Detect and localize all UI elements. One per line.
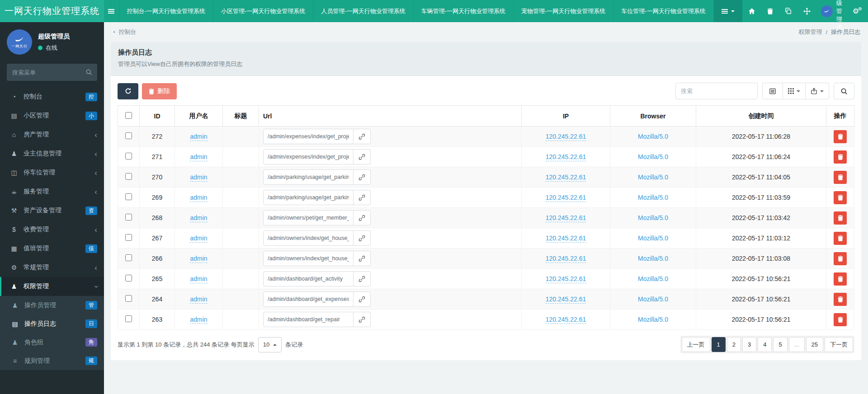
sidebar-item[interactable]: ☕ 服务管理 ‹ [0,182,104,201]
select-all-checkbox[interactable] [125,112,132,119]
row-checkbox[interactable] [125,193,132,200]
sidebar-subitem[interactable]: ♟ 操作员管理 管 [0,296,104,314]
url-input[interactable] [263,129,354,144]
url-link-button[interactable] [354,169,371,185]
ip-link[interactable]: 120.245.22.61 [546,214,586,222]
url-link-button[interactable] [354,190,371,205]
page-button[interactable]: 4 [758,337,772,352]
sidebar-item[interactable]: ▤ 小区管理 小 [0,106,104,125]
col-header-browser[interactable]: Browser [610,106,696,127]
row-checkbox[interactable] [125,234,132,241]
url-input[interactable] [263,291,354,307]
page-button[interactable]: 25 [806,337,823,352]
url-input[interactable] [263,251,354,266]
url-input[interactable] [263,169,354,185]
username-link[interactable]: admin [190,153,207,161]
username-link[interactable]: admin [190,133,207,141]
url-input[interactable] [263,271,354,286]
page-button[interactable]: 3 [742,337,756,352]
url-link-button[interactable] [354,129,371,144]
ip-link[interactable]: 120.245.22.61 [546,235,586,243]
row-delete-button[interactable] [834,313,847,326]
menu-search-input[interactable] [7,64,97,81]
row-delete-button[interactable] [834,191,847,204]
page-button[interactable]: 下一页 [825,337,853,352]
sidebar-subitem[interactable]: ▤ 操作员日志 日 [0,314,104,333]
sidebar-item[interactable]: ◫ 停车位管理 ‹ [0,163,104,182]
fullscreen-button[interactable] [797,0,816,22]
username-link[interactable]: admin [190,316,207,324]
row-checkbox[interactable] [125,275,132,281]
ip-link[interactable]: 120.245.22.61 [546,174,586,182]
row-checkbox[interactable] [125,173,132,180]
sidebar-toggle-button[interactable] [104,0,119,22]
ip-link[interactable]: 120.245.22.61 [546,153,586,161]
row-delete-button[interactable] [834,171,847,184]
sidebar-item[interactable]: ♟ 业主信息管理 ‹ [0,144,104,163]
ip-link[interactable]: 120.245.22.61 [546,194,586,202]
browser-link[interactable]: Mozilla/5.0 [638,255,668,262]
tabs-menu-dropdown-button[interactable] [714,0,742,22]
delete-button[interactable]: 删除 [142,83,177,99]
row-delete-button[interactable] [834,211,847,225]
col-header-id[interactable]: ID [140,106,175,127]
sidebar-item[interactable]: ⚙ 常规管理 ‹ [0,258,104,277]
ip-link[interactable]: 120.245.22.61 [546,275,586,283]
url-input[interactable] [263,230,354,246]
row-delete-button[interactable] [834,130,847,143]
url-input[interactable] [263,210,354,225]
sidebar-item[interactable]: ♟ 权限管理 ‹ [0,277,104,296]
browser-link[interactable]: Mozilla/5.0 [638,133,668,140]
url-link-button[interactable] [354,149,371,164]
row-checkbox[interactable] [125,254,132,261]
table-search-input[interactable] [675,83,758,99]
ip-link[interactable]: 120.245.22.61 [546,255,586,263]
username-link[interactable]: admin [190,255,207,263]
url-input[interactable] [263,312,354,327]
url-link-button[interactable] [354,251,371,266]
ip-link[interactable]: 120.245.22.61 [546,133,586,141]
url-link-button[interactable] [354,312,371,327]
export-button[interactable] [806,83,829,99]
sidebar-item[interactable]: $ 收费管理 ‹ [0,220,104,239]
col-header-created[interactable]: 创建时间 [696,106,826,127]
topbar-tab[interactable]: 车位管理-一网天行物业管理系统 [613,0,713,22]
page-button[interactable]: 上一页 [682,337,710,352]
topbar-tab[interactable]: 宠物管理-一网天行物业管理系统 [513,0,613,22]
browser-link[interactable]: Mozilla/5.0 [638,153,668,160]
row-checkbox[interactable] [125,132,132,139]
username-link[interactable]: admin [190,194,207,202]
row-checkbox[interactable] [125,214,132,220]
username-link[interactable]: admin [190,235,207,243]
url-link-button[interactable] [354,291,371,307]
topbar-tab[interactable]: 人员管理-一网天行物业管理系统 [313,0,413,22]
columns-button[interactable] [783,83,806,99]
topbar-tab[interactable]: 小区管理-一网天行物业管理系统 [213,0,313,22]
breadcrumb-parent[interactable]: 权限管理 [798,28,822,36]
page-button[interactable]: 2 [727,337,741,352]
sidebar-item[interactable]: ◔ 控制台 控 [0,87,104,106]
ip-link[interactable]: 120.245.22.61 [546,316,586,324]
page-size-select[interactable]: 10 [258,337,282,352]
url-input[interactable] [263,149,354,164]
browser-link[interactable]: Mozilla/5.0 [638,194,668,201]
row-checkbox[interactable] [125,315,132,322]
row-delete-button[interactable] [834,232,847,245]
search-toggle-button[interactable] [834,83,854,99]
page-button[interactable]: 1 [712,337,726,352]
col-header-username[interactable]: 用户名 [175,106,223,127]
ip-link[interactable]: 120.245.22.61 [546,296,586,304]
col-header-url[interactable]: Url [259,106,522,127]
refresh-button[interactable] [118,83,138,99]
url-input[interactable] [263,190,354,205]
url-link-button[interactable] [354,271,371,286]
col-header-title[interactable]: 标题 [223,106,259,127]
browser-link[interactable]: Mozilla/5.0 [638,275,668,282]
col-header-ip[interactable]: IP [522,106,610,127]
browser-link[interactable]: Mozilla/5.0 [638,174,668,181]
sidebar-item[interactable]: ⌂ 房产管理 ‹ [0,125,104,144]
row-checkbox[interactable] [125,153,132,159]
topbar-tab[interactable]: 控制台-一网天行物业管理系统 [119,0,213,22]
url-link-button[interactable] [354,210,371,225]
row-delete-button[interactable] [834,293,847,306]
